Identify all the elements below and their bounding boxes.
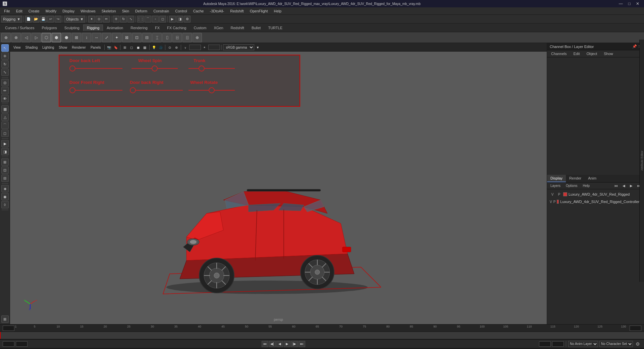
mode-dropdown[interactable]: Rigging ▼ [1, 16, 22, 22]
menu-control[interactable]: Control [172, 8, 190, 14]
ctrl-circle-wr[interactable] [209, 87, 215, 93]
rpanel-pin-btn[interactable]: 📌 [632, 44, 637, 49]
attr-editor-label[interactable]: Attribute Editor [640, 148, 644, 173]
rpanel-tab-show[interactable]: Show [601, 51, 616, 56]
shelf-icon-14[interactable]: ⊡ [132, 33, 142, 42]
display-tab-render[interactable]: Render [566, 175, 585, 182]
lasso-btn[interactable]: ⊙ [96, 16, 102, 22]
vp-shading-menu[interactable]: Shading [23, 45, 40, 50]
surface-btn[interactable]: ◻ [1, 130, 9, 137]
component-btn[interactable]: ▦ [1, 105, 9, 113]
shelf-icon-18[interactable]: ⌸ [172, 33, 182, 42]
display-tab-display[interactable]: Display [547, 175, 566, 182]
vp-colorspace-dropdown[interactable]: sRGB gamma [223, 44, 254, 50]
end-frame-input[interactable]: 120 [630, 326, 641, 331]
rpanel-tab-channels[interactable]: Channels [548, 51, 569, 56]
menu-deform[interactable]: Deform [132, 8, 150, 14]
vp-exposure-icon[interactable]: ☀ [202, 44, 208, 50]
open-file-btn[interactable]: 📂 [33, 16, 39, 22]
layer-item-0[interactable]: V P Luxury_AWD_4dr_SUV_Red_Rigged [548, 191, 643, 198]
misc3-btn[interactable]: ◊ [1, 201, 9, 208]
menu-create[interactable]: Create [26, 8, 42, 14]
shelf-icon-17[interactable]: ⌷ [162, 33, 172, 42]
vp-grid-icon[interactable]: ⊞ [122, 44, 128, 50]
shelf-tab-rendering[interactable]: Rendering [127, 24, 151, 31]
select-tool-btn[interactable]: ↖ [1, 44, 9, 52]
layer-nav-3[interactable]: ▶ [628, 183, 635, 188]
shelf-tab-bullet[interactable]: Bullet [248, 24, 265, 31]
redo-btn[interactable]: ↪ [55, 16, 61, 22]
shelf-tab-curves[interactable]: Curves / Surfaces [1, 24, 38, 31]
menu-redshift[interactable]: Redshift [227, 8, 246, 14]
shelf-icon-4[interactable]: ▷ [32, 33, 41, 42]
ctrl-slider-door-back-left[interactable] [69, 65, 122, 71]
pb-rewind-to-start[interactable]: ⏮ [262, 341, 268, 347]
rotate-tool-btn[interactable]: ↻ [1, 60, 9, 68]
shelf-icon-3[interactable]: ◁ [21, 33, 31, 42]
layer3-btn[interactable]: ⊟ [1, 174, 9, 182]
layer-p-1[interactable]: P [553, 199, 556, 204]
render-region-btn[interactable]: ▶ [1, 140, 9, 147]
layer-v-1[interactable]: V [550, 199, 552, 204]
misc2-btn[interactable]: ◉ [1, 193, 9, 200]
paint-weights-btn[interactable]: ✏ [1, 87, 9, 94]
maximize-button[interactable]: □ [626, 1, 633, 6]
shelf-icon-12[interactable]: ✦ [112, 33, 121, 42]
menu-skeleton[interactable]: Skeleton [99, 8, 119, 14]
pb-play-back[interactable]: ◀ [276, 341, 283, 347]
max-frame-input[interactable]: 200 [552, 341, 564, 347]
rpanel-tab-edit[interactable]: Edit [571, 51, 582, 56]
vp-iso-icon[interactable]: ⊙ [167, 44, 173, 50]
soft-select-btn[interactable]: ◎ [1, 79, 9, 86]
shelf-tab-turtle[interactable]: TURTLE [264, 24, 286, 31]
layer-nav-2[interactable]: ◀ [621, 183, 627, 188]
shelf-tab-rigging[interactable]: Rigging [83, 24, 103, 31]
layers-tab[interactable]: Layers [548, 183, 562, 188]
vp-gamma-toggle[interactable]: γ [182, 44, 189, 50]
misc1-btn[interactable]: ◈ [1, 185, 9, 192]
viewport[interactable]: View Shading Lighting Show Renderer Pane… [10, 43, 547, 324]
menu-display[interactable]: Display [60, 8, 77, 14]
shelf-tab-xgen[interactable]: XGen [210, 24, 227, 31]
shelf-tab-fxcaching[interactable]: FX Caching [163, 24, 190, 31]
layer-item-1[interactable]: V P Luxury_AWD_4dr_SUV_Red_Rigged_Contro… [548, 198, 643, 205]
display-tab-anim[interactable]: Anim [585, 175, 600, 182]
rotate-btn[interactable]: ↻ [120, 16, 127, 22]
new-file-btn[interactable]: 📄 [25, 16, 32, 22]
help-tab[interactable]: Help [581, 183, 592, 188]
menu-help[interactable]: Help [271, 8, 284, 14]
pb-play-fwd[interactable]: ▶ [284, 341, 290, 347]
ipr-btn[interactable]: ◨ [176, 16, 183, 22]
space-btn[interactable]: ⊞ [1, 315, 9, 323]
vp-light-icon[interactable]: 💡 [151, 44, 157, 50]
timeline-bar[interactable] [0, 332, 644, 339]
pb-prev-key[interactable]: ◀| [269, 341, 276, 347]
ctrl-slider-wheel-rotate[interactable] [189, 87, 235, 93]
current-frame-input[interactable]: 1 [3, 326, 14, 331]
shelf-tab-redshift[interactable]: Redshift [227, 24, 248, 31]
shelf-icon-8[interactable]: ⊞ [72, 33, 81, 42]
frame-start-input[interactable]: 1 [3, 341, 14, 347]
undo-btn[interactable]: ↩ [47, 16, 54, 22]
layer-v-0[interactable]: V [550, 192, 555, 197]
scale-tool-btn[interactable]: ⤡ [1, 68, 9, 76]
menu-constrain[interactable]: Constrain [151, 8, 172, 14]
menu-modify[interactable]: Modify [43, 8, 59, 14]
ctrl-slider-door-front-right[interactable] [69, 87, 122, 93]
shelf-tab-animation[interactable]: Animation [103, 24, 127, 31]
char-set-dropdown[interactable]: No Character Set [599, 341, 633, 347]
shelf-icon-19[interactable]: ⌹ [182, 33, 192, 42]
menu-file[interactable]: File [1, 8, 13, 14]
rpanel-tab-object[interactable]: Object [584, 51, 600, 56]
ctrl-slider-wheel-spin[interactable] [131, 65, 178, 71]
snap-curve-btn[interactable]: ⌒ [145, 16, 151, 22]
ctrl-slider-trunk[interactable] [189, 65, 235, 71]
shelf-tab-custom[interactable]: Custom [190, 24, 210, 31]
shelf-tab-fx[interactable]: FX [151, 24, 163, 31]
paint-btn[interactable]: ✏ [103, 16, 110, 22]
ctrl-circle-trunk[interactable] [199, 65, 205, 71]
layer1-btn[interactable]: ⊞ [1, 158, 9, 166]
select-btn[interactable]: ✦ [88, 16, 95, 22]
ctrl-circle-dbr[interactable] [130, 87, 136, 93]
shelf-icon-15[interactable]: ⊟ [142, 33, 152, 42]
